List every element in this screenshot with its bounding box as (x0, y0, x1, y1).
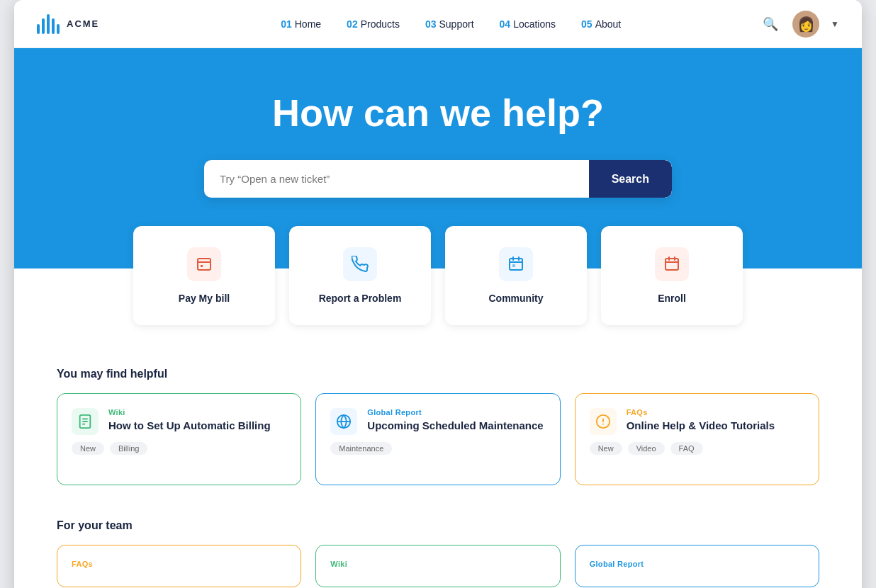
article-card-type-auto-billing: Wiki (108, 408, 271, 417)
team-card-type-team-card-1: FAQs (72, 560, 93, 568)
logo-bar-3 (47, 14, 50, 34)
quick-card-report-problem[interactable]: Report a Problem (289, 226, 431, 325)
svg-rect-0 (198, 259, 210, 270)
nav-link-locations[interactable]: 04Locations (500, 18, 556, 30)
svg-rect-7 (512, 264, 515, 267)
article-card-header-help-tutorials: FAQs Online Help & Video Tutorials (590, 408, 804, 435)
tag-faq: FAQ (670, 442, 703, 455)
tag-video: Video (628, 442, 665, 455)
browser-frame: ACME 01Home02Products03Support04Location… (14, 0, 862, 588)
team-card-team-card-2[interactable]: Wiki (315, 545, 560, 587)
article-card-header-auto-billing: Wiki How to Set Up Automatic Billing (72, 408, 286, 435)
hero-title: How can we help? (28, 91, 848, 135)
quick-card-community[interactable]: Community (445, 226, 587, 325)
quick-card-label-pay-bill: Pay My bill (179, 293, 230, 304)
article-card-type-help-tutorials: FAQs (627, 408, 775, 417)
article-card-help-tutorials[interactable]: FAQs Online Help & Video Tutorials NewVi… (575, 393, 819, 485)
team-card-type-team-card-2: Wiki (330, 560, 347, 568)
article-card-type-maintenance: Global Report (367, 408, 543, 417)
navbar: ACME 01Home02Products03Support04Location… (14, 0, 862, 48)
article-card-icon-help-tutorials (590, 408, 617, 435)
logo-text: ACME (67, 18, 99, 29)
nav-link-about[interactable]: 05About (581, 18, 621, 30)
tag-billing: Billing (110, 442, 147, 455)
tag-new: New (590, 442, 622, 455)
quick-card-label-report-problem: Report a Problem (319, 293, 402, 304)
helpful-cards-row: Wiki How to Set Up Automatic Billing New… (57, 393, 819, 485)
nav-link-support[interactable]: 03Support (425, 18, 474, 30)
tag-new: New (72, 442, 104, 455)
article-card-maintenance[interactable]: Global Report Upcoming Scheduled Mainten… (315, 393, 560, 485)
article-card-title-maintenance: Upcoming Scheduled Maintenance (367, 419, 543, 431)
team-card-team-card-3[interactable]: Global Report (575, 545, 819, 587)
helpful-section-title: You may find helpful (57, 368, 819, 380)
search-button[interactable]: Search (589, 160, 672, 198)
logo-bar-4 (52, 18, 55, 34)
search-icon-button[interactable]: 🔍 (760, 13, 781, 35)
team-cards-row: FAQsWikiGlobal Report (57, 545, 819, 587)
article-card-meta-help-tutorials: FAQs Online Help & Video Tutorials (627, 408, 775, 431)
article-card-meta-auto-billing: Wiki How to Set Up Automatic Billing (108, 408, 271, 431)
nav-link-products[interactable]: 02Products (347, 18, 400, 30)
quick-card-icon-pay-bill (187, 247, 221, 281)
article-card-tags-auto-billing: NewBilling (72, 442, 286, 455)
helpful-section: You may find helpful Wiki How to Set Up … (14, 354, 862, 508)
nav-link-home[interactable]: 01Home (281, 18, 321, 30)
article-card-header-maintenance: Global Report Upcoming Scheduled Mainten… (330, 408, 545, 435)
quick-card-label-community: Community (489, 293, 544, 304)
quick-card-icon-community (499, 247, 533, 281)
quick-card-pay-bill[interactable]: Pay My bill (133, 226, 275, 325)
svg-point-20 (602, 424, 604, 425)
logo-bar-1 (37, 24, 40, 34)
team-section-title: For your team (57, 519, 819, 532)
logo-icon (37, 14, 60, 34)
quick-card-icon-report-problem (343, 247, 377, 281)
avatar[interactable]: 👩 (792, 11, 819, 38)
nav-actions: 🔍 👩 ▼ (760, 11, 839, 38)
team-card-team-card-1[interactable]: FAQs (57, 545, 301, 587)
quick-cards-section: Pay My bill Report a Problem Community E… (14, 226, 862, 354)
article-card-icon-maintenance (330, 408, 357, 435)
nav-links: 01Home02Products03Support04Locations05Ab… (142, 18, 760, 30)
article-card-title-auto-billing: How to Set Up Automatic Billing (108, 419, 271, 431)
svg-rect-3 (510, 259, 522, 270)
avatar-chevron-icon[interactable]: ▼ (831, 19, 839, 29)
article-card-icon-auto-billing (72, 408, 99, 435)
article-card-auto-billing[interactable]: Wiki How to Set Up Automatic Billing New… (57, 393, 301, 485)
team-section: For your team FAQsWikiGlobal Report (14, 508, 862, 588)
logo: ACME (37, 14, 99, 34)
article-card-title-help-tutorials: Online Help & Video Tutorials (627, 419, 775, 431)
logo-bar-2 (42, 18, 45, 34)
quick-card-enroll[interactable]: Enroll (601, 226, 743, 325)
tag-maintenance: Maintenance (330, 442, 392, 455)
quick-card-label-enroll: Enroll (658, 293, 686, 304)
search-bar: Search (204, 160, 672, 198)
article-card-meta-maintenance: Global Report Upcoming Scheduled Mainten… (367, 408, 543, 431)
article-card-tags-maintenance: Maintenance (330, 442, 545, 455)
logo-bar-5 (57, 24, 60, 34)
team-card-type-team-card-3: Global Report (590, 560, 644, 568)
quick-card-icon-enroll (655, 247, 689, 281)
svg-rect-8 (666, 259, 678, 270)
search-input[interactable] (204, 160, 589, 198)
article-card-tags-help-tutorials: NewVideoFAQ (590, 442, 804, 455)
svg-rect-2 (201, 265, 203, 267)
